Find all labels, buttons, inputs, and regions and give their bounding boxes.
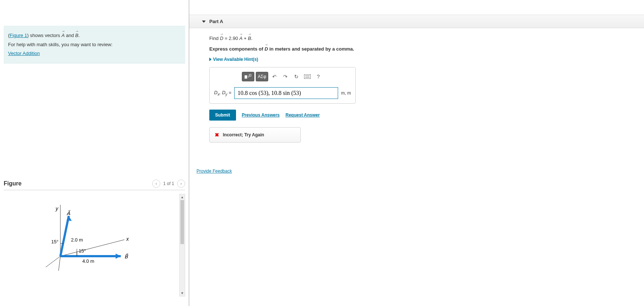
svg-line-2 — [46, 256, 60, 267]
view-hints-link[interactable]: View Available Hint(s) — [209, 57, 624, 62]
intro-line-1: (Figure 1) shows vectors A and B. — [8, 31, 181, 40]
feedback-box: ✖ Incorrect; Try Again — [209, 127, 301, 143]
action-row: Submit Previous Answers Request Answer — [209, 110, 624, 121]
figure-body: y x A⃗ B⃗ 2.0 m 4.0 m 15° 15° ▲ ▼ — [4, 194, 185, 296]
vector-b-symbol: B — [75, 31, 79, 40]
request-answer-link[interactable]: Request Answer — [285, 113, 320, 118]
part-body: Find D = 2.90 A + B. Express components … — [189, 28, 644, 150]
answer-box: √ ΑΣφ ↶ ↷ ↻ ? Dx, Dy = m, m — [209, 67, 356, 104]
incorrect-icon: ✖ — [215, 132, 219, 138]
collapse-icon — [202, 21, 206, 23]
vector-a-symbol: A — [61, 31, 65, 40]
figure-prev-button[interactable]: ‹ — [152, 180, 160, 188]
svg-rect-9 — [245, 75, 247, 78]
problem-intro-box: (Figure 1) shows vectors A and B. For he… — [4, 26, 185, 64]
svg-rect-12 — [304, 74, 311, 79]
provide-feedback-link[interactable]: Provide Feedback — [196, 169, 232, 174]
scroll-thumb[interactable] — [180, 200, 184, 244]
svg-line-3 — [59, 256, 60, 271]
figure-scrollbar[interactable]: ▲ ▼ — [179, 194, 185, 296]
a-angle: 15° — [51, 239, 59, 244]
reset-button[interactable]: ↻ — [292, 72, 301, 81]
right-panel: Part A Find D = 2.90 A + B. Express comp… — [189, 0, 644, 306]
answer-input[interactable] — [234, 87, 338, 99]
help-button[interactable]: ? — [314, 72, 323, 81]
scroll-up-icon[interactable]: ▲ — [180, 194, 185, 200]
left-panel: (Figure 1) shows vectors A and B. For he… — [0, 0, 189, 306]
provide-feedback-section: Provide Feedback — [196, 168, 644, 174]
scroll-down-icon[interactable]: ▼ — [180, 290, 185, 296]
vector-diagram: y x A⃗ B⃗ 2.0 m 4.0 m 15° 15° — [4, 194, 135, 278]
figure-section: Figure ‹ 1 of 1 › — [4, 180, 185, 306]
question-find: Find D = 2.90 A + B. — [209, 36, 624, 41]
submit-button[interactable]: Submit — [209, 110, 236, 121]
figure-next-button[interactable]: › — [177, 180, 185, 188]
figure-title: Figure — [4, 180, 22, 187]
feedback-text: Incorrect; Try Again — [223, 132, 264, 137]
template-tool-button[interactable]: √ — [242, 72, 254, 81]
y-axis-label: y — [55, 206, 59, 211]
help-text: For help with math skills, you may want … — [8, 40, 181, 49]
greek-tool-button[interactable]: ΑΣφ — [256, 72, 268, 81]
b-angle: 15° — [79, 248, 86, 254]
vector-addition-link[interactable]: Vector Addition — [8, 51, 40, 56]
keyboard-button[interactable] — [303, 72, 312, 81]
svg-line-4 — [60, 216, 69, 256]
figure-link[interactable]: Figure 1 — [10, 33, 27, 38]
answer-unit-label: m, m — [341, 91, 351, 96]
undo-button[interactable]: ↶ — [270, 72, 279, 81]
question-instruction: Express components of D in meters and se… — [209, 46, 624, 52]
b-vector-label: B⃗ — [124, 253, 128, 259]
a-magnitude: 2.0 m — [71, 237, 83, 243]
previous-answers-link[interactable]: Previous Answers — [242, 113, 280, 118]
b-magnitude: 4.0 m — [82, 258, 94, 264]
redo-button[interactable]: ↷ — [281, 72, 290, 81]
a-vector-label: A⃗ — [67, 210, 70, 216]
figure-page-indicator: 1 of 1 — [163, 181, 174, 186]
caret-right-icon — [209, 58, 211, 61]
figure-nav: ‹ 1 of 1 › — [152, 180, 185, 188]
answer-variable-label: Dx, Dy = — [214, 90, 231, 96]
x-axis-label: x — [126, 236, 129, 242]
part-header[interactable]: Part A — [189, 15, 644, 28]
answer-toolbar: √ ΑΣφ ↶ ↷ ↻ ? — [214, 72, 351, 81]
svg-line-1 — [60, 240, 124, 256]
svg-marker-7 — [116, 254, 121, 259]
part-title: Part A — [209, 19, 223, 24]
